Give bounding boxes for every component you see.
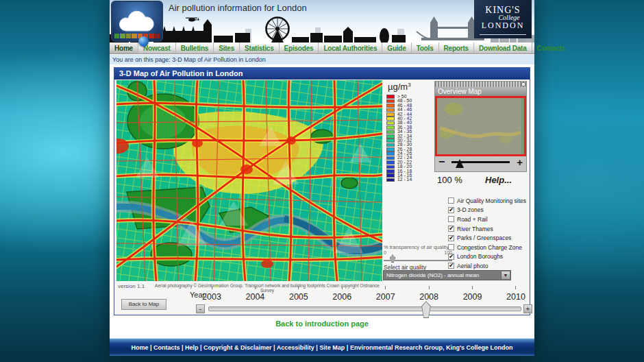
year-axis: 2003 2004 2005 2006 <box>200 286 528 302</box>
nav-tab-label: Sites <box>219 45 234 52</box>
layer-label: Aerial photo <box>457 263 488 269</box>
nav-tab[interactable]: Bulletins <box>176 43 214 53</box>
help-link[interactable]: Help... <box>485 175 512 185</box>
year-tick <box>212 286 212 289</box>
footer-links: HomeContactsHelpCopyright & DisclaimerAc… <box>131 344 512 351</box>
globe-icon <box>138 36 149 47</box>
checkbox-icon[interactable] <box>448 263 454 269</box>
footer-link[interactable]: Home <box>131 344 153 351</box>
logo-strip-cell <box>114 34 119 38</box>
back-to-introduction-link[interactable]: Back to introduction page <box>110 319 534 328</box>
layer-checkbox-row[interactable]: Parks / Greenspaces <box>448 233 526 243</box>
kcl-rule <box>480 34 526 35</box>
map-application-panel: 3-D Map of Air Pollution in London <box>114 67 530 315</box>
legend-swatch <box>386 169 395 173</box>
year-value: 2004 <box>246 292 265 302</box>
transparency-max: 100 <box>444 250 452 255</box>
overview-minimize-button[interactable] <box>521 82 525 86</box>
nav-tab[interactable]: Local Authorities <box>319 43 382 53</box>
layer-checkbox-row[interactable]: River Thames <box>448 224 526 234</box>
year-value: 2008 <box>419 292 438 302</box>
pollution-map[interactable] <box>116 80 382 281</box>
checkbox-icon[interactable] <box>448 216 454 222</box>
overview-drag-handle[interactable] <box>435 82 526 87</box>
legend-swatch <box>386 160 395 165</box>
checkbox-icon[interactable] <box>448 244 454 250</box>
version-label: version 1.1 <box>118 283 145 289</box>
site-title: Air pollution information for London <box>169 3 307 13</box>
year-value: 2005 <box>289 292 308 302</box>
legend-swatch <box>386 121 395 125</box>
legend-swatch <box>386 125 395 130</box>
layer-label: Road + Rail <box>457 216 488 223</box>
footer-link[interactable]: Help <box>185 344 203 351</box>
dropdown-arrow-icon[interactable]: ▼ <box>501 272 510 279</box>
panel-content: version 1.1 Aerial photography © GeoInfo… <box>114 80 530 315</box>
nav-tab[interactable]: Reports <box>439 43 474 53</box>
footer-link[interactable]: Site Map <box>319 344 350 351</box>
footer-link[interactable]: Accessibility <box>277 344 320 351</box>
layer-label: Congestion Charge Zone <box>457 244 522 251</box>
nav-tab[interactable]: Home <box>110 43 138 53</box>
nav-tab[interactable]: Episodes <box>280 43 319 53</box>
layer-checkbox-row[interactable]: Aerial photo <box>448 261 526 271</box>
year-slider-handle[interactable] <box>421 301 432 318</box>
checkbox-icon[interactable] <box>448 226 454 232</box>
nav-tab[interactable]: Tools <box>412 43 439 53</box>
layer-checkbox-row[interactable]: Air Quality Monitoring sites <box>448 196 526 206</box>
year-tick <box>255 286 256 289</box>
overview-thumbnail[interactable] <box>435 96 526 156</box>
legend-swatch <box>386 134 395 138</box>
checkbox-icon[interactable] <box>448 235 454 241</box>
kings-college-logo[interactable]: KING'S College LONDON <box>474 0 532 38</box>
nav-tab-label: Bulletins <box>181 45 208 52</box>
year-slider-track[interactable] <box>208 306 521 311</box>
kcl-line3: LONDON <box>474 21 532 31</box>
layer-label: River Thames <box>457 226 493 232</box>
londonair-logo[interactable] <box>111 1 163 42</box>
nav-tab[interactable]: Download Data <box>474 43 532 53</box>
main-navigation: Home Nowcast Bulletins Sites Statistics … <box>110 43 534 54</box>
logo-color-strip <box>114 34 160 38</box>
legend-swatch <box>386 156 395 160</box>
zoom-out-button[interactable]: − <box>438 156 445 168</box>
year-step-back-button[interactable]: - <box>196 304 205 313</box>
overview-zoom-bar: − + <box>435 156 526 171</box>
footer-link[interactable]: Contacts <box>153 344 185 351</box>
year-mark: 2007 <box>374 286 397 302</box>
nav-tab-label: Episodes <box>284 45 314 52</box>
layer-checkbox-row[interactable]: Road + Rail <box>448 215 526 224</box>
layer-checkbox-row[interactable]: Congestion Charge Zone <box>448 243 526 252</box>
year-mark: 2009 <box>461 286 484 302</box>
back-to-map-button[interactable]: Back to Map <box>121 299 166 310</box>
layer-checkbox-row[interactable]: London Boroughs <box>448 252 526 262</box>
layer-label: Air Quality Monitoring sites <box>457 197 526 204</box>
legend-unit: µg/m3 <box>388 82 411 92</box>
nav-tab[interactable]: Statistics <box>240 43 279 53</box>
transparency-label: % transparency of air quality <box>384 244 449 250</box>
year-step-forward-button[interactable]: + <box>523 304 532 313</box>
legend-row: 12 - 14 <box>386 178 412 182</box>
footer-link[interactable]: Environmental Research Group, King's Col… <box>350 344 513 351</box>
transparency-scale: 0 100 <box>384 250 452 255</box>
footer-link[interactable]: Copyright & Disclaimer <box>203 344 277 351</box>
nav-tab[interactable]: Sites <box>214 43 240 53</box>
nav-tab-label: Statistics <box>245 45 273 52</box>
layer-checkbox-row[interactable]: 3-D zones <box>448 206 526 215</box>
transparency-slider-handle[interactable] <box>390 254 395 263</box>
zoom-slider-handle[interactable] <box>456 159 464 168</box>
zoom-in-button[interactable]: + <box>517 156 523 168</box>
checkbox-icon[interactable] <box>448 197 454 204</box>
checkbox-icon[interactable] <box>448 207 454 213</box>
nav-tab[interactable]: Guide <box>382 43 411 53</box>
year-tick <box>342 286 343 289</box>
legend-swatch <box>386 138 395 143</box>
year-value: 2009 <box>463 292 482 302</box>
nav-tab[interactable]: Contacts <box>532 43 570 53</box>
legend-swatch <box>386 143 395 147</box>
year-value: 2006 <box>332 292 351 302</box>
pollutant-dropdown[interactable]: Nitrogen dioxide (NO2) - annual mean ▼ <box>383 270 511 280</box>
london-skyline-graphic <box>110 12 534 43</box>
legend-swatch <box>386 117 395 121</box>
breadcrumb: You are on this page: 3-D Map of Air Pol… <box>110 55 534 64</box>
